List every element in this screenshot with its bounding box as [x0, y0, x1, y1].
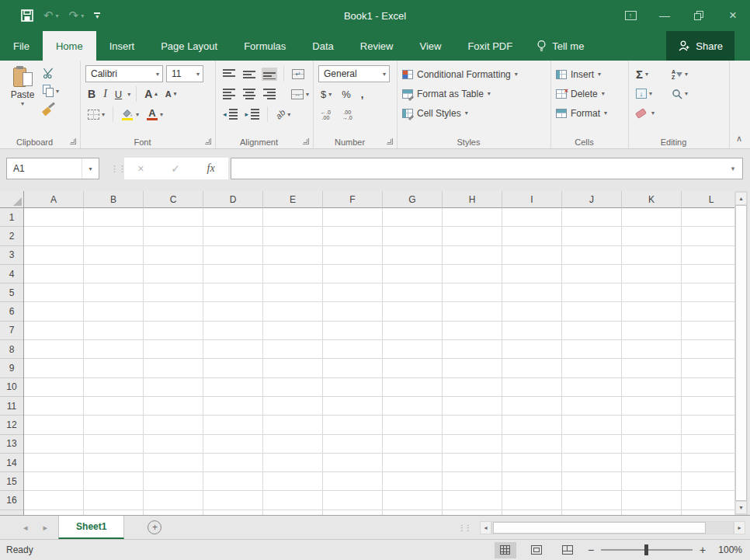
- share-button[interactable]: Share: [666, 31, 734, 61]
- zoom-out-icon[interactable]: −: [588, 544, 594, 556]
- sheet-tab-sheet1[interactable]: Sheet1: [58, 516, 124, 539]
- column-header-D[interactable]: D: [203, 191, 263, 208]
- row-header-6[interactable]: 6: [0, 302, 23, 321]
- next-sheet-icon[interactable]: ▸: [43, 523, 48, 533]
- row-header-5[interactable]: 5: [0, 283, 23, 302]
- clipboard-dialog-launcher[interactable]: [70, 138, 76, 144]
- format-painter-button[interactable]: [40, 103, 61, 115]
- autosum-dropdown-icon[interactable]: ▾: [645, 71, 648, 78]
- tab-view[interactable]: View: [406, 31, 454, 61]
- column-header-G[interactable]: G: [383, 191, 443, 208]
- row-header-8[interactable]: 8: [0, 340, 23, 359]
- expand-formula-bar-icon[interactable]: ▾: [724, 165, 742, 172]
- page-break-preview-button[interactable]: [557, 542, 578, 558]
- enter-formula-icon[interactable]: ✓: [171, 162, 180, 175]
- align-top-button[interactable]: [220, 68, 238, 80]
- normal-view-button[interactable]: [495, 542, 516, 558]
- name-box[interactable]: A1 ▾: [6, 158, 99, 179]
- font-family-combo[interactable]: Calibri ▾: [85, 65, 163, 82]
- save-button[interactable]: [21, 9, 33, 22]
- tab-data[interactable]: Data: [299, 31, 346, 61]
- paste-dropdown-icon[interactable]: ▾: [21, 100, 24, 107]
- font-color-dropdown-icon[interactable]: ▾: [160, 111, 163, 118]
- collapse-ribbon-button[interactable]: ∧: [736, 134, 742, 144]
- find-dropdown-icon[interactable]: ▾: [685, 90, 688, 97]
- insert-cells-button[interactable]: Insert ▾: [556, 64, 625, 84]
- comma-style-button[interactable]: ,: [359, 88, 366, 101]
- accounting-dropdown-icon[interactable]: ▾: [328, 91, 332, 98]
- font-dialog-launcher[interactable]: [205, 138, 211, 144]
- row-header-15[interactable]: 15: [0, 472, 23, 491]
- cut-button[interactable]: [40, 67, 61, 79]
- row-header-3[interactable]: 3: [0, 246, 23, 265]
- decrease-indent-button[interactable]: ◂: [220, 108, 240, 120]
- tab-file[interactable]: File: [0, 31, 43, 61]
- tab-page-layout[interactable]: Page Layout: [148, 31, 231, 61]
- formula-input[interactable]: ▾: [231, 158, 743, 179]
- close-button[interactable]: ×: [716, 0, 750, 31]
- vertical-scrollbar-thumb[interactable]: [735, 205, 747, 501]
- orientation-button[interactable]: ab ▾: [273, 109, 293, 120]
- minimize-button[interactable]: —: [648, 0, 682, 31]
- font-color-button[interactable]: A ▾: [144, 108, 165, 121]
- undo-button[interactable]: ↶ ▾: [43, 9, 59, 23]
- row-header-11[interactable]: 11: [0, 397, 23, 416]
- name-box-dropdown-icon[interactable]: ▾: [82, 158, 99, 179]
- alignment-dialog-launcher[interactable]: [303, 138, 309, 144]
- column-header-C[interactable]: C: [144, 191, 203, 208]
- zoom-slider[interactable]: [601, 549, 693, 551]
- align-middle-button[interactable]: [241, 68, 258, 80]
- zoom-slider-thumb[interactable]: [644, 544, 648, 555]
- row-header-13[interactable]: 13: [0, 435, 23, 454]
- tab-review[interactable]: Review: [347, 31, 407, 61]
- row-header-12[interactable]: 12: [0, 416, 23, 434]
- merge-center-button[interactable]: ↔ ▾: [289, 89, 311, 100]
- column-header-H[interactable]: H: [443, 191, 502, 208]
- cell-styles-button[interactable]: Cell Styles ▾: [402, 103, 547, 123]
- column-header-J[interactable]: J: [562, 191, 622, 208]
- ribbon-display-options-button[interactable]: ↑: [613, 0, 648, 31]
- delete-cells-button[interactable]: × Delete ▾: [556, 84, 625, 103]
- cancel-formula-icon[interactable]: ×: [137, 162, 144, 175]
- align-bottom-button[interactable]: [261, 68, 278, 80]
- insert-function-icon[interactable]: fx: [207, 162, 215, 175]
- borders-button[interactable]: ▾: [85, 109, 107, 120]
- row-header-4[interactable]: 4: [0, 265, 23, 283]
- tab-insert[interactable]: Insert: [96, 31, 148, 61]
- orientation-dropdown-icon[interactable]: ▾: [287, 111, 290, 118]
- copy-dropdown-icon[interactable]: ▾: [56, 88, 59, 95]
- scroll-left-icon[interactable]: ◂: [480, 521, 491, 534]
- zoom-in-icon[interactable]: +: [700, 544, 706, 556]
- row-header-9[interactable]: 9: [0, 359, 23, 377]
- clear-button[interactable]: ▾: [634, 109, 669, 117]
- horizontal-scrollbar-track[interactable]: [491, 521, 734, 534]
- sort-filter-dropdown-icon[interactable]: ▾: [685, 71, 688, 78]
- formula-bar-splitter[interactable]: ⋮⋮: [110, 158, 126, 179]
- sort-filter-button[interactable]: AZ ▾: [669, 68, 705, 81]
- clear-dropdown-icon[interactable]: ▾: [651, 110, 655, 117]
- row-header-10[interactable]: 10: [0, 378, 23, 397]
- redo-button[interactable]: ↷ ▾: [69, 9, 85, 23]
- increase-decimal-button[interactable]: ←.0.00: [318, 109, 333, 121]
- row-header-14[interactable]: 14: [0, 454, 23, 472]
- row-header-16[interactable]: 16: [0, 491, 23, 510]
- row-header-7[interactable]: 7: [0, 322, 23, 340]
- shrink-font-button[interactable]: A▾: [163, 89, 179, 99]
- borders-dropdown-icon[interactable]: ▾: [102, 111, 105, 118]
- accounting-format-button[interactable]: $ ▾: [318, 88, 334, 101]
- redo-dropdown-icon[interactable]: ▾: [81, 12, 84, 19]
- tab-foxit-pdf[interactable]: Foxit PDF: [454, 31, 526, 61]
- grow-font-button[interactable]: A▴: [142, 87, 160, 101]
- number-dialog-launcher[interactable]: [387, 138, 393, 144]
- scroll-right-icon[interactable]: ▸: [734, 521, 745, 534]
- previous-sheet-icon[interactable]: ◂: [23, 523, 28, 533]
- column-header-L[interactable]: L: [682, 191, 735, 208]
- column-header-I[interactable]: I: [502, 191, 562, 208]
- column-header-K[interactable]: K: [622, 191, 682, 208]
- column-header-A[interactable]: A: [24, 191, 84, 208]
- format-as-table-button[interactable]: Format as Table ▾: [402, 84, 547, 103]
- page-layout-view-button[interactable]: [526, 542, 547, 558]
- percent-style-button[interactable]: %: [339, 88, 353, 101]
- align-right-button[interactable]: [261, 88, 278, 100]
- undo-dropdown-icon[interactable]: ▾: [56, 12, 59, 19]
